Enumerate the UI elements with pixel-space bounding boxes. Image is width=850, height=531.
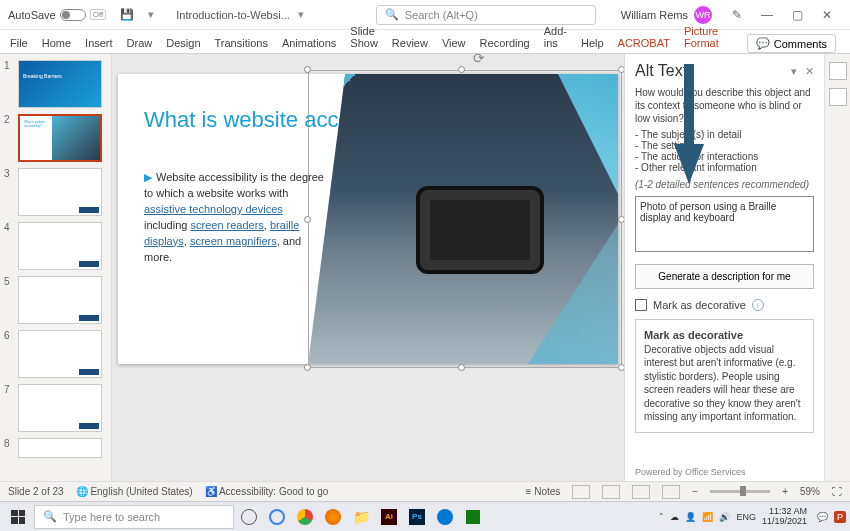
selection-handle[interactable] bbox=[458, 66, 465, 73]
tab-home[interactable]: Home bbox=[42, 37, 71, 53]
people-icon[interactable]: 👤 bbox=[685, 512, 696, 522]
slide-counter[interactable]: Slide 2 of 23 bbox=[8, 486, 64, 497]
tab-review[interactable]: Review bbox=[392, 37, 428, 53]
pane-bullet: The subject(s) in detail bbox=[635, 129, 814, 140]
photoshop-icon[interactable]: Ps bbox=[404, 504, 430, 530]
cortana-icon[interactable] bbox=[264, 504, 290, 530]
link-screen-magnifiers[interactable]: screen magnifiers bbox=[190, 235, 277, 247]
windows-logo-icon bbox=[11, 510, 25, 524]
system-tray[interactable]: ˄ ☁ 👤 📶 🔊 ENG 11:32 AM 11/19/2021 💬 P bbox=[659, 507, 846, 527]
reading-view-button[interactable] bbox=[632, 485, 650, 499]
autosave-toggle[interactable]: AutoSave Off bbox=[8, 9, 106, 21]
zoom-in-button[interactable]: + bbox=[782, 486, 788, 497]
slideshow-view-button[interactable] bbox=[662, 485, 680, 499]
comments-button[interactable]: 💬 Comments bbox=[747, 34, 836, 53]
powerpoint-tray-icon[interactable]: P bbox=[834, 512, 846, 522]
zoom-out-button[interactable]: − bbox=[692, 486, 698, 497]
notifications-icon[interactable]: 💬 bbox=[817, 512, 828, 522]
rotate-handle-icon[interactable]: ⟳ bbox=[473, 50, 485, 66]
slide-canvas[interactable]: ⟳ What is website accessibility? ▶Websit… bbox=[112, 54, 624, 481]
zoom-level[interactable]: 59% bbox=[800, 486, 820, 497]
slide-thumbnail[interactable] bbox=[18, 276, 102, 324]
generate-description-button[interactable]: Generate a description for me bbox=[635, 264, 814, 289]
taskbar-search[interactable]: 🔍 Type here to search bbox=[34, 505, 234, 529]
selection-handle[interactable] bbox=[458, 364, 465, 371]
zoom-slider[interactable] bbox=[710, 490, 770, 493]
onedrive-icon[interactable]: ☁ bbox=[670, 512, 679, 522]
link-assistive-tech[interactable]: assistive technology devices bbox=[144, 203, 283, 215]
tray-chevron-icon[interactable]: ˄ bbox=[659, 512, 664, 522]
slide-thumbnail[interactable] bbox=[18, 330, 102, 378]
tab-view[interactable]: View bbox=[442, 37, 466, 53]
clock[interactable]: 11:32 AM 11/19/2021 bbox=[762, 507, 811, 527]
fit-button[interactable]: ⛶ bbox=[832, 486, 842, 497]
sorter-view-button[interactable] bbox=[602, 485, 620, 499]
pane-close-icon[interactable]: ✕ bbox=[805, 65, 814, 78]
tab-acrobat[interactable]: ACROBAT bbox=[618, 37, 670, 53]
start-button[interactable] bbox=[4, 503, 32, 531]
thumb-number: 3 bbox=[4, 168, 14, 179]
qat-dropdown-icon[interactable]: ▾ bbox=[142, 6, 160, 24]
ribbon-options-icon[interactable]: ✎ bbox=[722, 8, 752, 22]
notes-label: Notes bbox=[534, 486, 560, 497]
filename-dropdown-icon[interactable]: ▾ bbox=[292, 6, 310, 24]
slide-thumbnail[interactable]: What is website accessibility? bbox=[18, 114, 102, 162]
search-input[interactable]: 🔍 Search (Alt+Q) bbox=[376, 5, 596, 25]
tab-insert[interactable]: Insert bbox=[85, 37, 113, 53]
task-view-icon[interactable] bbox=[236, 504, 262, 530]
normal-view-button[interactable] bbox=[572, 485, 590, 499]
language-indicator[interactable]: ENG bbox=[736, 512, 756, 522]
accessibility-status[interactable]: ♿ Accessibility: Good to go bbox=[205, 486, 329, 497]
tab-help[interactable]: Help bbox=[581, 37, 604, 53]
tab-picture-format[interactable]: Picture Format bbox=[684, 25, 719, 53]
tab-file[interactable]: File bbox=[10, 37, 28, 53]
user-name: William Rems bbox=[621, 9, 688, 21]
tab-draw[interactable]: Draw bbox=[127, 37, 153, 53]
slide-thumbnail[interactable] bbox=[18, 384, 102, 432]
slide-thumbnail[interactable] bbox=[18, 222, 102, 270]
language-status[interactable]: 🌐 English (United States) bbox=[76, 486, 193, 497]
minimize-button[interactable]: — bbox=[752, 8, 782, 22]
slide-thumbnail[interactable] bbox=[18, 168, 102, 216]
info-icon[interactable]: i bbox=[752, 299, 764, 311]
account-button[interactable]: William Rems WR bbox=[621, 6, 712, 24]
date: 11/19/2021 bbox=[762, 517, 807, 527]
volume-icon[interactable]: 🔊 bbox=[719, 512, 730, 522]
thumb-number: 7 bbox=[4, 384, 14, 395]
slide-image[interactable] bbox=[308, 74, 618, 364]
thumbnail-panel[interactable]: 1Breaking Barriers 2What is website acce… bbox=[0, 54, 112, 481]
mark-decorative-row[interactable]: Mark as decorative i bbox=[635, 299, 814, 311]
rail-icon[interactable] bbox=[829, 62, 847, 80]
close-button[interactable]: ✕ bbox=[812, 8, 842, 22]
app-icon[interactable] bbox=[460, 504, 486, 530]
slide-thumbnail[interactable] bbox=[18, 438, 102, 458]
wifi-icon[interactable]: 📶 bbox=[702, 512, 713, 522]
illustrator-icon[interactable]: Ai bbox=[376, 504, 402, 530]
save-icon[interactable]: 💾 bbox=[118, 6, 136, 24]
tab-addins[interactable]: Add-ins bbox=[544, 25, 567, 53]
toggle-switch-icon[interactable] bbox=[60, 9, 86, 21]
file-explorer-icon[interactable]: 📁 bbox=[348, 504, 374, 530]
document-title[interactable]: Introduction-to-Websi... bbox=[176, 9, 290, 21]
chrome-icon[interactable] bbox=[292, 504, 318, 530]
tab-slideshow[interactable]: Slide Show bbox=[350, 25, 378, 53]
link-screen-readers[interactable]: screen readers bbox=[190, 219, 263, 231]
firefox-icon[interactable] bbox=[320, 504, 346, 530]
avatar: WR bbox=[694, 6, 712, 24]
selection-handle[interactable] bbox=[304, 66, 311, 73]
pane-bullet: The setting bbox=[635, 140, 814, 151]
slide-thumbnail[interactable]: Breaking Barriers bbox=[18, 60, 102, 108]
tab-animations[interactable]: Animations bbox=[282, 37, 336, 53]
pane-dropdown-icon[interactable]: ▾ bbox=[791, 65, 797, 78]
tab-transitions[interactable]: Transitions bbox=[215, 37, 268, 53]
slide-body-text[interactable]: ▶Website accessibility is the degree to … bbox=[144, 170, 324, 266]
tab-design[interactable]: Design bbox=[166, 37, 200, 53]
selection-handle[interactable] bbox=[304, 364, 311, 371]
rail-icon[interactable] bbox=[829, 88, 847, 106]
maximize-button[interactable]: ▢ bbox=[782, 8, 812, 22]
tab-recording[interactable]: Recording bbox=[480, 37, 530, 53]
alt-text-input[interactable] bbox=[635, 196, 814, 252]
app-icon[interactable] bbox=[432, 504, 458, 530]
checkbox-icon[interactable] bbox=[635, 299, 647, 311]
notes-button[interactable]: ≡ Notes bbox=[526, 486, 561, 497]
